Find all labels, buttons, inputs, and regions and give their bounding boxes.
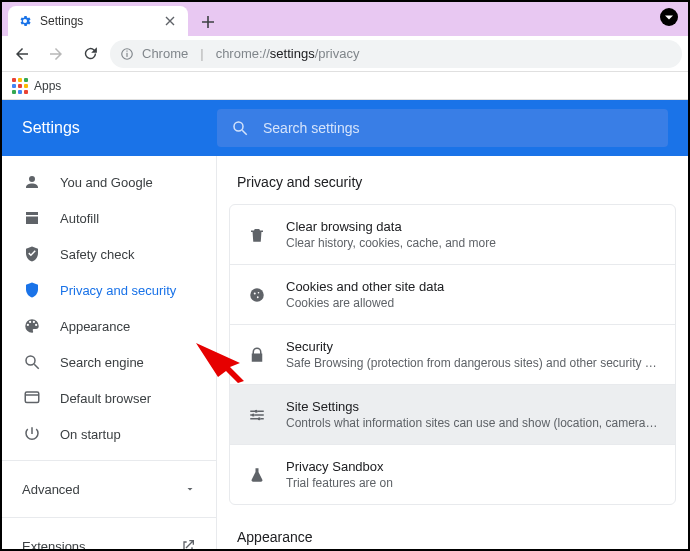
window-control-icon[interactable] [660,8,678,26]
sidebar-item-label: Autofill [60,211,99,226]
sidebar-item-label: Extensions [22,539,86,552]
svg-point-12 [257,296,259,298]
bookmark-bar: Apps [2,72,688,100]
apps-icon[interactable] [12,78,28,94]
row-cookies[interactable]: Cookies and other site data Cookies are … [230,264,675,324]
sidebar-item-label: Safety check [60,247,134,262]
shield-icon [22,280,42,300]
open-external-icon [180,538,196,551]
settings-header: Settings [2,100,688,156]
chevron-down-icon [184,483,196,495]
apps-label[interactable]: Apps [34,79,61,93]
reload-button[interactable] [76,40,104,68]
svg-point-5 [26,356,35,365]
flask-icon [246,466,268,484]
sidebar-item-autofill[interactable]: Autofill [2,200,216,236]
gear-icon [18,14,32,28]
sidebar-item-label: Appearance [60,319,130,334]
row-subtitle: Controls what information sites can use … [286,416,659,430]
trash-icon [246,226,268,244]
sidebar-item-search-engine[interactable]: Search engine [2,344,216,380]
site-info-icon[interactable] [120,47,134,61]
svg-point-11 [258,291,260,293]
sidebar-item-you-and-google[interactable]: You and Google [2,164,216,200]
svg-line-6 [34,364,39,369]
autofill-icon [22,208,42,228]
sidebar-item-on-startup[interactable]: On startup [2,416,216,452]
row-title: Site Settings [286,399,659,414]
settings-sidebar: You and Google Autofill Safety check Pri… [2,156,217,551]
row-subtitle: Cookies are allowed [286,296,659,310]
svg-point-14 [252,413,255,416]
back-button[interactable] [8,40,36,68]
settings-main: Privacy and security Clear browsing data… [217,156,688,551]
sidebar-item-appearance[interactable]: Appearance [2,308,216,344]
page-title: Settings [22,119,217,137]
svg-rect-1 [126,52,127,56]
svg-point-15 [258,417,261,420]
omnibox-prefix: Chrome [142,46,188,61]
svg-point-10 [254,292,256,294]
row-subtitle: Clear history, cookies, cache, and more [286,236,659,250]
svg-point-3 [234,122,243,131]
svg-line-4 [242,130,247,135]
search-icon [22,352,42,372]
search-settings[interactable] [217,109,668,147]
sidebar-item-privacy[interactable]: Privacy and security [2,272,216,308]
sliders-icon [246,406,268,424]
shield-check-icon [22,244,42,264]
sidebar-item-default-browser[interactable]: Default browser [2,380,216,416]
address-bar[interactable]: Chrome | chrome://settings/privacy [110,40,682,68]
row-subtitle: Trial features are on [286,476,659,490]
browser-toolbar: Chrome | chrome://settings/privacy [2,36,688,72]
sidebar-item-label: You and Google [60,175,153,190]
row-clear-browsing-data[interactable]: Clear browsing data Clear history, cooki… [230,205,675,264]
sidebar-advanced[interactable]: Advanced [2,469,216,509]
power-icon [22,424,42,444]
search-input[interactable] [261,119,654,137]
section-title-privacy: Privacy and security [217,174,688,204]
row-title: Security [286,339,659,354]
sidebar-item-label: On startup [60,427,121,442]
row-security[interactable]: Security Safe Browsing (protection from … [230,324,675,384]
svg-rect-2 [126,50,127,51]
sidebar-item-safety-check[interactable]: Safety check [2,236,216,272]
sidebar-item-label: Default browser [60,391,151,406]
svg-point-13 [255,409,258,412]
sidebar-extensions[interactable]: Extensions [2,526,216,551]
privacy-card: Clear browsing data Clear history, cooki… [229,204,676,505]
row-title: Clear browsing data [286,219,659,234]
browser-tab[interactable]: Settings [8,6,188,36]
palette-icon [22,316,42,336]
sidebar-item-label: Search engine [60,355,144,370]
search-icon [231,119,249,137]
row-subtitle: Safe Browsing (protection from dangerous… [286,356,659,370]
row-privacy-sandbox[interactable]: Privacy Sandbox Trial features are on [230,444,675,504]
omnibox-path-2: settings [270,46,315,61]
person-icon [22,172,42,192]
section-title-appearance: Appearance [217,529,688,551]
omnibox-path-3: /privacy [315,46,360,61]
lock-icon [246,346,268,364]
browser-icon [22,388,42,408]
omnibox-path-1: chrome:// [216,46,270,61]
row-title: Privacy Sandbox [286,459,659,474]
sidebar-item-label: Advanced [22,482,80,497]
cookie-icon [246,286,268,304]
sidebar-item-label: Privacy and security [60,283,176,298]
row-site-settings[interactable]: Site Settings Controls what information … [230,384,675,444]
row-title: Cookies and other site data [286,279,659,294]
browser-tab-strip: Settings [2,2,688,36]
svg-point-9 [250,288,264,302]
forward-button[interactable] [42,40,70,68]
svg-rect-7 [25,392,39,403]
new-tab-button[interactable] [194,8,222,36]
close-icon[interactable] [162,13,178,29]
tab-title: Settings [40,14,154,28]
